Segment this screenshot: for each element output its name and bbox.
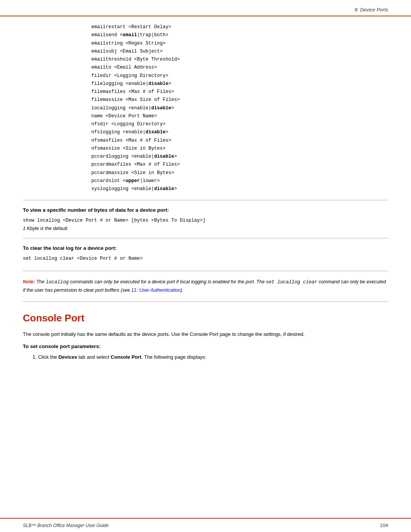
note-code-1: locallog	[46, 280, 68, 285]
code-line-20: pccardslot <upper|lower>	[91, 177, 388, 185]
code-line-12: name <Device Port Name>	[91, 112, 388, 120]
note-label: Note:	[23, 279, 35, 284]
console-port-title: Console Port	[23, 312, 388, 324]
clear-log-code: set locallog clear <Device Port # or Nam…	[23, 255, 388, 262]
page-footer: SLB™ Branch Office Manager User Guide 10…	[0, 518, 411, 532]
code-line-1: emailrestart <Restart Delay>	[91, 23, 388, 31]
note-link[interactable]: 11: User Authentication	[131, 288, 180, 293]
header-title: 8: Device Ports	[355, 7, 388, 13]
code-line-10: filemaxsize <Max Size of Files>	[91, 96, 388, 104]
code-line-21: sysloglogging <enable|disable>	[91, 185, 388, 193]
clear-log-section: To clear the local log for a device port…	[23, 238, 388, 271]
code-line-11: locallogging <enable|disable>	[91, 104, 388, 112]
code-line-7: filedir <Logging Directory>	[91, 72, 388, 80]
code-line-16: nfsmaxsize <Size in Bytes>	[91, 145, 388, 153]
view-bytes-section: To view a specific number of bytes of da…	[23, 200, 388, 238]
view-bytes-heading: To view a specific number of bytes of da…	[23, 207, 388, 213]
step-1-bold-devices: Devices	[58, 354, 77, 360]
clear-log-heading: To clear the local log for a device port…	[23, 245, 388, 251]
code-line-9: filemaxfiles <Max # of Files>	[91, 88, 388, 96]
note-body: The locallog commands can only be execut…	[23, 279, 386, 293]
code-line-17: pccardlogging <enable|disable>	[91, 153, 388, 161]
footer-page-number: 104	[380, 522, 388, 528]
main-content: emailrestart <Restart Delay> emailsend <…	[0, 16, 411, 361]
page-container: 8: Device Ports emailrestart <Restart De…	[0, 0, 411, 532]
view-bytes-note: 1 Kbyte is the default.	[23, 226, 388, 231]
code-line-13: nfsdir <Logging Directory>	[91, 120, 388, 128]
code-line-8: filelogging <enable|disable>	[91, 80, 388, 88]
code-line-15: nfsmaxfiles <Max # of Files>	[91, 137, 388, 145]
code-line-6: emailto <Email Address>	[91, 64, 388, 72]
view-bytes-note-text: 1 Kbyte is the default.	[23, 226, 68, 231]
step-1: Click the Devices tab and select Console…	[38, 353, 388, 361]
code-section: emailrestart <Restart Delay> emailsend <…	[23, 16, 388, 200]
code-line-4: emailsubj <Email Subject>	[91, 48, 388, 56]
page-header: 8: Device Ports	[0, 0, 411, 16]
step-1-text: Click the Devices tab and select Console…	[38, 354, 206, 360]
view-bytes-code: show locallog <Device Port # or Name> [b…	[23, 217, 388, 224]
note-code-2: set locallog clear	[266, 280, 317, 285]
console-port-sub-heading: To set console port parameters:	[23, 343, 388, 349]
code-line-19: pccardmaxsize <Size in Bytes>	[91, 169, 388, 177]
console-port-section: Console Port The console port initially …	[23, 312, 388, 361]
note-section: Note: The locallog commands can only be …	[23, 271, 388, 301]
console-port-body: The console port initially has the same …	[23, 330, 388, 338]
note-text: Note: The locallog commands can only be …	[23, 278, 388, 294]
code-line-5: emailthreshold <Byte Threshold>	[91, 56, 388, 64]
code-line-18: pccardmaxfiles <Max # of Files>	[91, 161, 388, 169]
footer-left: SLB™ Branch Office Manager User Guide	[23, 523, 108, 528]
step-1-bold-console: Console Port	[111, 354, 142, 360]
command-code-block: emailrestart <Restart Delay> emailsend <…	[23, 23, 388, 193]
console-port-steps: Click the Devices tab and select Console…	[23, 353, 388, 361]
code-line-14: nfslogging <enable|disable>	[91, 128, 388, 136]
code-line-3: emailstring <Regex String>	[91, 40, 388, 48]
code-line-2: emailsend <email|trap|both>	[91, 31, 388, 39]
